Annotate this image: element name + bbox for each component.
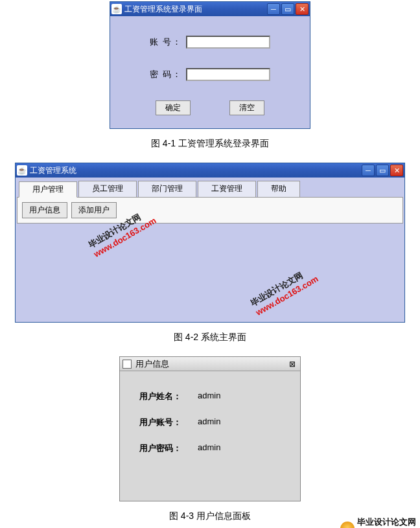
user-name-value: admin xyxy=(198,391,220,402)
user-account-value: admin xyxy=(198,417,220,428)
login-window: ☕ 工资管理系统登录界面 ─ ▭ ✕ 账 号： 密 码： 确定 清空 xyxy=(110,1,310,129)
maximize-button[interactable]: ▭ xyxy=(281,3,294,15)
minimize-button[interactable]: ─ xyxy=(267,3,280,15)
tab-help[interactable]: 帮助 xyxy=(257,181,300,197)
password-label: 密 码： xyxy=(150,69,183,80)
tab-salary-mgmt[interactable]: 工资管理 xyxy=(198,181,256,197)
tab-strip: 用户管理 员工管理 部门管理 工资管理 帮助 xyxy=(17,179,403,197)
account-input[interactable] xyxy=(186,36,270,49)
minimize-button[interactable]: ─ xyxy=(362,165,375,176)
tab-dept-mgmt[interactable]: 部门管理 xyxy=(138,181,196,197)
java-icon: ☕ xyxy=(111,4,122,14)
close-icon[interactable]: ⊠ xyxy=(287,360,298,369)
caption-2: 图 4-2 系统主界面 xyxy=(0,332,420,343)
ok-button[interactable]: 确定 xyxy=(156,100,191,115)
footer-logo: 毕业设计论文网 www.56doc.com xyxy=(340,516,416,528)
userinfo-title: 用户信息 xyxy=(135,358,169,370)
frame-icon xyxy=(122,360,132,369)
user-info-button[interactable]: 用户信息 xyxy=(22,202,67,218)
main-title: 工资管理系统 xyxy=(30,165,362,176)
tab-user-mgmt[interactable]: 用户管理 xyxy=(19,181,77,198)
main-content-area xyxy=(17,224,403,321)
user-password-value: admin xyxy=(198,442,220,454)
maximize-button[interactable]: ▭ xyxy=(376,165,389,176)
user-name-label: 用户姓名： xyxy=(139,391,198,402)
userinfo-titlebar: 用户信息 ⊠ xyxy=(120,357,300,371)
userinfo-window: 用户信息 ⊠ 用户姓名： admin 用户账号： admin 用户密码： adm… xyxy=(119,356,301,501)
add-user-button[interactable]: 添加用户 xyxy=(71,202,117,218)
login-title: 工资管理系统登录界面 xyxy=(124,4,267,15)
password-input[interactable] xyxy=(186,68,270,81)
java-icon: ☕ xyxy=(17,165,27,176)
login-titlebar: ☕ 工资管理系统登录界面 ─ ▭ ✕ xyxy=(110,2,310,16)
close-button[interactable]: ✕ xyxy=(390,165,403,176)
main-titlebar: ☕ 工资管理系统 ─ ▭ ✕ xyxy=(16,163,404,178)
user-account-label: 用户账号： xyxy=(139,417,198,428)
close-button[interactable]: ✕ xyxy=(296,3,309,15)
user-password-label: 用户密码： xyxy=(139,442,198,454)
main-window: ☕ 工资管理系统 ─ ▭ ✕ 用户管理 员工管理 部门管理 工资管理 帮助 用户… xyxy=(15,163,405,323)
caption-1: 图 4-1 工资管理系统登录界面 xyxy=(0,138,420,150)
logo-orb-icon xyxy=(340,522,355,529)
account-label: 账 号： xyxy=(150,36,183,48)
tab-panel: 用户信息 添加用户 xyxy=(17,197,403,224)
tab-employee-mgmt[interactable]: 员工管理 xyxy=(78,181,137,197)
clear-button[interactable]: 清空 xyxy=(229,100,264,115)
